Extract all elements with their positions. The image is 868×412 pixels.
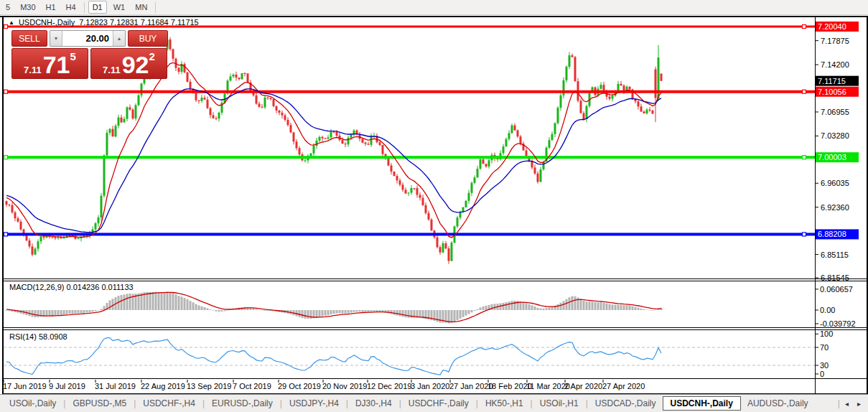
- macd-histogram-bar: [609, 304, 611, 310]
- hline-7.00003[interactable]: [4, 156, 815, 159]
- hline-handle[interactable]: [4, 156, 8, 159]
- timeframe-button-h4[interactable]: H4: [62, 1, 80, 13]
- candle-body: [78, 238, 80, 239]
- macd-histogram-bar: [112, 299, 114, 310]
- date-axis-label: 2 Apr 2020: [564, 382, 602, 390]
- symbol-tab-usoil-h1[interactable]: USOil-,H1: [533, 396, 585, 411]
- macd-histogram-bar: [471, 310, 473, 312]
- macd-histogram-bar: [304, 310, 307, 319]
- timeframe-button-w1[interactable]: W1: [110, 1, 129, 13]
- macd-histogram-bar: [368, 310, 370, 312]
- timeframe-button-d1[interactable]: D1: [88, 1, 107, 14]
- candle-body: [247, 73, 249, 82]
- timeframe-button-m30[interactable]: M30: [17, 1, 39, 13]
- date-axis-label: 20 Nov 2019: [322, 382, 367, 390]
- candle-body: [310, 154, 312, 156]
- macd-histogram-bar: [60, 310, 62, 315]
- volume-increase-icon[interactable]: ▲: [113, 31, 125, 46]
- hline-6.88208[interactable]: [4, 233, 815, 235]
- symbol-tab-usdcad-daily[interactable]: USDCAD-,Daily: [589, 396, 663, 411]
- macd-histogram-bar: [253, 308, 255, 310]
- tab-nav-right-icon[interactable]: ▸: [853, 398, 865, 409]
- timeframe-button-5[interactable]: 5: [2, 1, 14, 13]
- candle-body: [603, 85, 605, 90]
- macd-histogram-bar: [485, 306, 487, 310]
- macd-histogram-bar: [655, 310, 657, 311]
- macd-histogram-bar: [322, 310, 324, 317]
- hline-handle[interactable]: [803, 233, 806, 236]
- hline-handle[interactable]: [4, 90, 8, 93]
- sell-price-button[interactable]: 7.11 71 5: [11, 48, 88, 79]
- macd-histogram-bar: [557, 304, 559, 310]
- candle-body: [293, 132, 295, 141]
- volume-value[interactable]: 20.00: [62, 31, 113, 46]
- panel-separator: [2, 329, 868, 330]
- candle-body: [370, 136, 373, 145]
- symbol-tab-gbpusd-m5[interactable]: GBPUSD-,M5: [66, 396, 133, 411]
- candle-body: [393, 172, 396, 176]
- macd-histogram-bar: [152, 292, 154, 310]
- symbol-tab-dj30-h4[interactable]: DJ30-,H4: [349, 396, 398, 411]
- candle-body: [141, 83, 143, 95]
- tab-nav-left-icon[interactable]: ◂: [841, 398, 853, 409]
- hline-handle[interactable]: [803, 90, 806, 93]
- candle-body: [276, 106, 278, 111]
- macd-histogram-bar: [362, 310, 364, 312]
- symbol-tab-hk50-h1[interactable]: HK50-,H1: [479, 396, 530, 411]
- hline-handle[interactable]: [803, 25, 806, 29]
- candle-body: [646, 110, 648, 113]
- candle-body: [112, 129, 114, 136]
- hline-handle[interactable]: [4, 233, 8, 236]
- candle-body: [273, 99, 275, 106]
- timeframe-button-h1[interactable]: H1: [42, 1, 60, 13]
- candle-body: [638, 101, 640, 106]
- candle-body: [505, 139, 508, 146]
- macd-histogram-bar: [98, 310, 100, 311]
- macd-histogram-bar: [175, 294, 177, 310]
- macd-histogram-bar: [399, 310, 401, 317]
- volume-decrease-icon[interactable]: ▼: [50, 31, 62, 46]
- candle-body: [238, 78, 241, 79]
- hline-handle[interactable]: [4, 25, 8, 29]
- toolbar-separator: [84, 2, 85, 13]
- macd-histogram-bar: [546, 308, 548, 310]
- symbol-tab-eurusd-daily[interactable]: EURUSD-,Daily: [205, 396, 279, 411]
- buy-price-button[interactable]: 7.11 92 2: [90, 48, 167, 79]
- candle-body: [287, 120, 289, 125]
- date-axis-label: 17 Jun 2019: [3, 382, 47, 390]
- macd-histogram-bar: [551, 306, 554, 310]
- macd-histogram-bar: [393, 310, 396, 315]
- macd-histogram-bar: [184, 298, 186, 310]
- hline-handle[interactable]: [803, 156, 806, 159]
- symbol-tab-usdjpy-h4[interactable]: USDJPY-,H4: [283, 396, 345, 411]
- candle-body: [345, 144, 347, 144]
- candle-body: [284, 116, 286, 120]
- candle-body: [537, 174, 539, 182]
- symbol-tab-usoil-daily[interactable]: USOil-,Daily: [3, 396, 62, 411]
- macd-histogram-bar: [310, 310, 312, 319]
- buy-button[interactable]: BUY: [128, 30, 168, 47]
- candle-body: [520, 136, 522, 144]
- symbol-tab-usdchf-h4[interactable]: USDCHF-,H4: [136, 396, 202, 411]
- candle-body: [557, 108, 559, 123]
- macd-histogram-bar: [55, 310, 57, 315]
- macd-histogram-bar: [617, 304, 620, 310]
- symbol-tab-usdchf-daily[interactable]: USDCHF-,Daily: [402, 396, 475, 411]
- symbol-tab-audusd-daily[interactable]: AUDUSD-,Daily: [741, 396, 815, 411]
- candle-body: [270, 98, 272, 100]
- sell-button[interactable]: SELL: [11, 30, 47, 47]
- macd-histogram-bar: [615, 305, 617, 310]
- macd-histogram-bar: [528, 304, 531, 310]
- hline-7.10056[interactable]: [4, 90, 815, 93]
- candle-body: [336, 132, 338, 136]
- candle-body: [347, 138, 350, 144]
- candle-body: [391, 166, 393, 172]
- date-axis-label: 3 Jan 2020: [411, 382, 449, 390]
- timeframe-button-mn[interactable]: MN: [131, 1, 151, 13]
- macd-histogram-bar: [623, 305, 625, 310]
- candle-body: [474, 177, 476, 183]
- symbol-tab-usdcnh-daily[interactable]: USDCNH-,Daily: [663, 396, 741, 411]
- candle-body: [580, 100, 582, 113]
- candle-body: [425, 205, 427, 213]
- collapse-chart-icon[interactable]: ▲: [9, 19, 14, 26]
